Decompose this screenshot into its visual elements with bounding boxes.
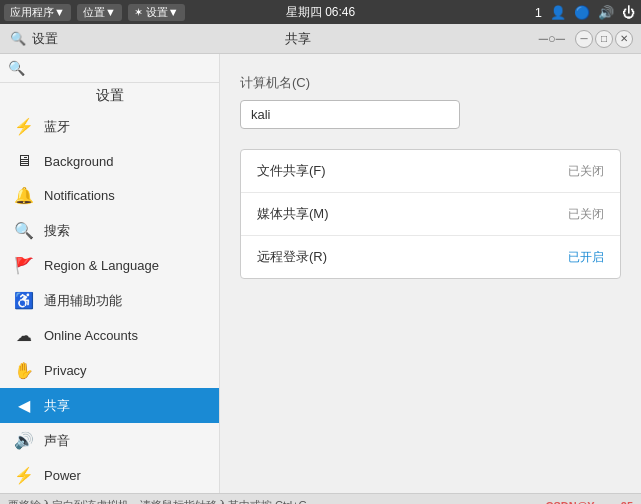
sidebar-item-privacy[interactable]: ✋ Privacy [0, 353, 219, 388]
user-icon[interactable]: 👤 [548, 5, 568, 20]
sidebar-item-notifications-label: Notifications [44, 188, 205, 203]
bluetooth-topbar-icon[interactable]: 🔵 [572, 5, 592, 20]
file-sharing-status: 已关闭 [568, 163, 604, 180]
titlebar-left-title: 设置 [32, 30, 58, 48]
computer-name-label: 计算机名(C) [240, 74, 621, 92]
volume-slider-icon: ─○─ [539, 31, 565, 46]
privacy-icon: ✋ [14, 361, 34, 380]
media-sharing-name: 媒体共享(M) [257, 205, 329, 223]
file-sharing-item[interactable]: 文件共享(F) 已关闭 [241, 150, 620, 193]
sharing-icon: ◀ [14, 396, 34, 415]
minimize-button[interactable]: ─ [575, 30, 593, 48]
content-area: 🔍 设置 ⚡ 蓝牙 🖥 Background 🔔 Notifications [0, 54, 641, 493]
media-sharing-item[interactable]: 媒体共享(M) 已关闭 [241, 193, 620, 236]
statusbar-message: 要将输入定向到该虚拟机，请将鼠标指针移入其中或按 Ctrl+G。 [8, 498, 318, 504]
sidebar-item-power-label: Power [44, 468, 205, 483]
remote-login-status: 已开启 [568, 249, 604, 266]
sidebar-item-search[interactable]: 🔍 搜索 [0, 213, 219, 248]
sound-icon: 🔊 [14, 431, 34, 450]
sidebar-items-list: ⚡ 蓝牙 🖥 Background 🔔 Notifications 🔍 搜索 🚩 [0, 109, 219, 493]
sidebar-title: 设置 [0, 83, 219, 109]
sidebar-item-online-accounts[interactable]: ☁ Online Accounts [0, 318, 219, 353]
sidebar-item-background-label: Background [44, 154, 205, 169]
sidebar-item-sharing-label: 共享 [44, 397, 205, 415]
titlebar-controls: ─○─ ─ □ ✕ [539, 30, 633, 48]
settings-window: 🔍 设置 共享 ─○─ ─ □ ✕ 🔍 设置 ⚡ 蓝牙 [0, 24, 641, 504]
sidebar-item-bluetooth[interactable]: ⚡ 蓝牙 [0, 109, 219, 144]
search-bar[interactable]: 🔍 [0, 54, 219, 83]
sidebar-item-sound-label: 声音 [44, 432, 205, 450]
app-menu-button[interactable]: 应用程序▼ [4, 4, 71, 21]
sidebar-item-sound[interactable]: 🔊 声音 [0, 423, 219, 458]
region-icon: 🚩 [14, 256, 34, 275]
sidebar-item-background[interactable]: 🖥 Background [0, 144, 219, 178]
sidebar-item-region-label: Region & Language [44, 258, 205, 273]
main-panel: 计算机名(C) 文件共享(F) 已关闭 媒体共享(M) 已关闭 远程登录(R) … [220, 54, 641, 493]
share-list: 文件共享(F) 已关闭 媒体共享(M) 已关闭 远程登录(R) 已开启 [240, 149, 621, 279]
notifications-icon: 🔔 [14, 186, 34, 205]
sidebar: 🔍 设置 ⚡ 蓝牙 🖥 Background 🔔 Notifications [0, 54, 220, 493]
settings-menu-button[interactable]: ✶ 设置▼ [128, 4, 185, 21]
statusbar-watermark: CSDN@Young25 [545, 500, 633, 505]
statusbar: 要将输入定向到该虚拟机，请将鼠标指针移入其中或按 Ctrl+G。 CSDN@Yo… [0, 493, 641, 504]
bluetooth-icon: ⚡ [14, 117, 34, 136]
topbar-right: 1 👤 🔵 🔊 ⏻ [533, 5, 637, 20]
computer-name-input[interactable] [240, 100, 460, 129]
sidebar-item-region-language[interactable]: 🚩 Region & Language [0, 248, 219, 283]
online-accounts-icon: ☁ [14, 326, 34, 345]
sidebar-item-privacy-label: Privacy [44, 363, 205, 378]
media-sharing-status: 已关闭 [568, 206, 604, 223]
sidebar-item-bluetooth-label: 蓝牙 [44, 118, 205, 136]
topbar: 应用程序▼ 位置▼ ✶ 设置▼ 星期四 06:46 1 👤 🔵 🔊 ⏻ [0, 0, 641, 24]
location-menu-button[interactable]: 位置▼ [77, 4, 122, 21]
sidebar-item-accessibility-label: 通用辅助功能 [44, 292, 205, 310]
close-button[interactable]: ✕ [615, 30, 633, 48]
sidebar-item-notifications[interactable]: 🔔 Notifications [0, 178, 219, 213]
sidebar-item-online-accounts-label: Online Accounts [44, 328, 205, 343]
remote-login-item[interactable]: 远程登录(R) 已开启 [241, 236, 620, 278]
background-icon: 🖥 [14, 152, 34, 170]
remote-login-name: 远程登录(R) [257, 248, 327, 266]
topbar-left: 应用程序▼ 位置▼ ✶ 设置▼ [4, 4, 185, 21]
indicator-icon[interactable]: 1 [533, 5, 544, 20]
search-icon: 🔍 [8, 60, 25, 76]
search-input[interactable] [29, 61, 211, 76]
sidebar-item-search-label: 搜索 [44, 222, 205, 240]
maximize-button[interactable]: □ [595, 30, 613, 48]
titlebar-right-title: 共享 [58, 30, 539, 48]
accessibility-icon: ♿ [14, 291, 34, 310]
sound-topbar-icon[interactable]: 🔊 [596, 5, 616, 20]
power-icon: ⚡ [14, 466, 34, 485]
titlebar: 🔍 设置 共享 ─○─ ─ □ ✕ [0, 24, 641, 54]
sidebar-item-power[interactable]: ⚡ Power [0, 458, 219, 493]
topbar-datetime: 星期四 06:46 [286, 4, 355, 21]
power-topbar-icon[interactable]: ⏻ [620, 5, 637, 20]
search-titlebar-icon[interactable]: 🔍 [8, 31, 28, 46]
search-sidebar-icon: 🔍 [14, 221, 34, 240]
sidebar-item-sharing[interactable]: ◀ 共享 [0, 388, 219, 423]
sidebar-item-accessibility[interactable]: ♿ 通用辅助功能 [0, 283, 219, 318]
file-sharing-name: 文件共享(F) [257, 162, 326, 180]
